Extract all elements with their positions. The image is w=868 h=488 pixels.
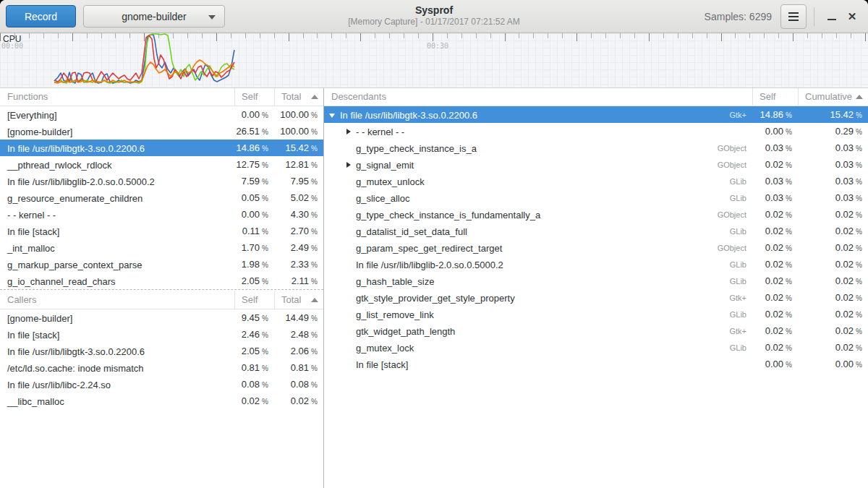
percent-value: 0.02% [798,206,868,223]
table-row[interactable]: In file [stack]2.46%2.48% [0,326,323,343]
percent-value: 0.00% [752,356,798,373]
descendant-name: gtk_style_provider_get_style_propertyGtk… [324,289,752,307]
library-category-badge: Gtk+ [729,290,752,307]
table-row[interactable]: __pthread_rwlock_rdlock12.75%12.81% [0,156,323,173]
self-column-header[interactable]: Self [752,88,798,106]
window-title-box: Sysprof [Memory Capture] - 01/17/2017 07… [348,4,519,27]
table-row[interactable]: __libc_malloc0.02%0.02% [0,393,323,409]
table-row[interactable]: g_io_channel_read_chars2.05%2.11% [0,273,323,289]
tree-row[interactable]: g_hash_table_sizeGLib0.02%0.02% [324,273,868,289]
process-selector-value: gnome-builder [122,11,187,22]
self-column-header[interactable]: Self [234,88,274,106]
tree-row[interactable]: g_slice_allocGLib0.03%0.03% [324,189,868,206]
tree-row[interactable]: g_signal_emitGObject0.02%0.03% [324,156,868,173]
descendant-name: - - kernel - - [324,123,752,140]
percent-sign-icon: % [262,398,268,406]
descendants-table: In file /usr/lib/libgtk-3.so.0.2200.6Gtk… [324,106,868,372]
page-title: Sysprof [348,4,519,16]
percent-value: 0.02% [752,206,798,223]
percent-value: 15.42% [274,140,323,157]
percent-sign-icon: % [786,278,792,286]
table-row[interactable]: g_markup_parse_context_parse1.98%2.33% [0,256,323,273]
percent-value: 2.06% [274,343,323,360]
table-row[interactable]: In file /usr/lib/libglib-2.0.so.0.5000.2… [0,173,323,189]
percent-sign-icon: % [311,314,318,322]
tree-row[interactable]: In file [stack]0.00%0.00% [324,356,868,372]
tree-row[interactable]: g_type_check_instance_is_aGObject0.03%0.… [324,140,868,156]
percent-value: 2.70% [274,223,323,240]
descendant-name: In file /usr/lib/libglib-2.0.so.0.5000.2… [324,256,752,273]
total-column-header[interactable]: Total [274,291,323,309]
table-row[interactable]: [gnome-builder]9.45%14.49% [0,309,323,326]
headerbar: Record gnome-builder Sysprof [Memory Cap… [0,0,868,33]
function-name: __pthread_rwlock_rdlock [0,156,234,174]
table-row[interactable]: In file /usr/lib/libgtk-3.so.0.2200.614.… [0,140,323,156]
tree-row[interactable]: g_datalist_id_set_data_fullGLib0.02%0.02… [324,223,868,239]
percent-sign-icon: % [311,331,318,339]
close-button[interactable]: ✕ [842,7,862,27]
percent-value: 14.86% [752,106,798,124]
tree-row[interactable]: g_type_check_instance_is_fundamentally_a… [324,206,868,223]
callers-column-header[interactable]: Callers [0,291,234,309]
table-row[interactable]: g_resource_enumerate_children0.05%5.02% [0,189,323,206]
percent-value: 0.02% [752,306,798,323]
tree-row[interactable]: gtk_widget_path_lengthGtk+0.02%0.02% [324,322,868,339]
functions-column-header[interactable]: Functions [0,88,234,106]
percent-sign-icon: % [262,278,268,286]
tree-row[interactable]: g_param_spec_get_redirect_targetGObject0… [324,239,868,256]
descendants-column-header[interactable]: Descendants [324,88,752,106]
table-row[interactable]: - - kernel - -0.00%4.30% [0,206,323,223]
percent-value: 0.03% [798,173,868,190]
tree-row[interactable]: g_mutex_lockGLib0.02%0.02% [324,339,868,356]
percent-sign-icon: % [262,244,268,252]
descendant-name: g_type_check_instance_is_aGObject [324,140,752,157]
tree-row[interactable]: g_mutex_unlockGLib0.03%0.03% [324,173,868,189]
tree-row[interactable]: gtk_style_provider_get_style_propertyGtk… [324,289,868,306]
percent-sign-icon: % [311,261,318,269]
percent-sign-icon: % [786,244,792,252]
callers-table-header: Callers Self Total [0,291,323,309]
percent-sign-icon: % [786,178,792,186]
percent-value: 0.02% [798,273,868,290]
timeline-label: 00:30 [427,42,448,50]
minimize-button[interactable] [822,7,842,27]
self-column-header[interactable]: Self [234,291,274,309]
percent-value: 26.51% [234,123,274,140]
percent-sign-icon: % [262,161,268,169]
percent-sign-icon: % [856,194,862,202]
percent-sign-icon: % [311,381,318,389]
percent-sign-icon: % [311,178,318,186]
percent-value: 4.30% [274,206,323,223]
table-row[interactable]: /etc/ld.so.cache: inode mismatch0.81%0.8… [0,359,323,376]
percent-sign-icon: % [856,278,862,286]
table-row[interactable]: [gnome-builder]26.51%100.00% [0,123,323,140]
total-column-header[interactable]: Total [274,88,323,106]
tree-row[interactable]: In file /usr/lib/libgtk-3.so.0.2200.6Gtk… [324,106,868,123]
table-row[interactable]: In file [stack]0.11%2.70% [0,223,323,239]
cpu-usage-graph[interactable]: CPU 00:0000:30 [0,33,868,88]
percent-value: 0.02% [752,322,798,340]
percent-sign-icon: % [311,194,318,202]
tree-row[interactable]: g_list_remove_linkGLib0.02%0.02% [324,306,868,322]
table-row[interactable]: In file /usr/lib/libgtk-3.so.0.2200.62.0… [0,343,323,359]
function-name: - - kernel - - [0,206,234,223]
library-category-badge: GLib [730,174,752,190]
percent-sign-icon: % [856,328,862,335]
process-selector-dropdown[interactable]: gnome-builder [83,5,225,27]
tree-row[interactable]: - - kernel - -0.00%0.29% [324,123,868,140]
percent-value: 0.02% [798,339,868,356]
table-row[interactable]: In file /usr/lib/libc-2.24.so0.08%0.08% [0,376,323,393]
descendants-table-header: Descendants Self Cumulative [324,88,868,106]
table-row[interactable]: _int_malloc1.70%2.49% [0,239,323,256]
cumulative-column-header[interactable]: Cumulative [798,88,868,106]
percent-sign-icon: % [311,228,318,236]
record-button[interactable]: Record [6,5,76,27]
descendant-name: g_param_spec_get_redirect_targetGObject [324,239,752,257]
function-name: /etc/ld.so.cache: inode mismatch [0,359,234,377]
tree-row[interactable]: In file /usr/lib/libglib-2.0.so.0.5000.2… [324,256,868,273]
percent-value: 12.81% [274,156,323,174]
percent-sign-icon: % [856,128,862,136]
menu-button[interactable] [780,4,807,29]
table-row[interactable]: [Everything]0.00%100.00% [0,106,323,123]
descendant-name: g_mutex_unlockGLib [324,173,752,190]
